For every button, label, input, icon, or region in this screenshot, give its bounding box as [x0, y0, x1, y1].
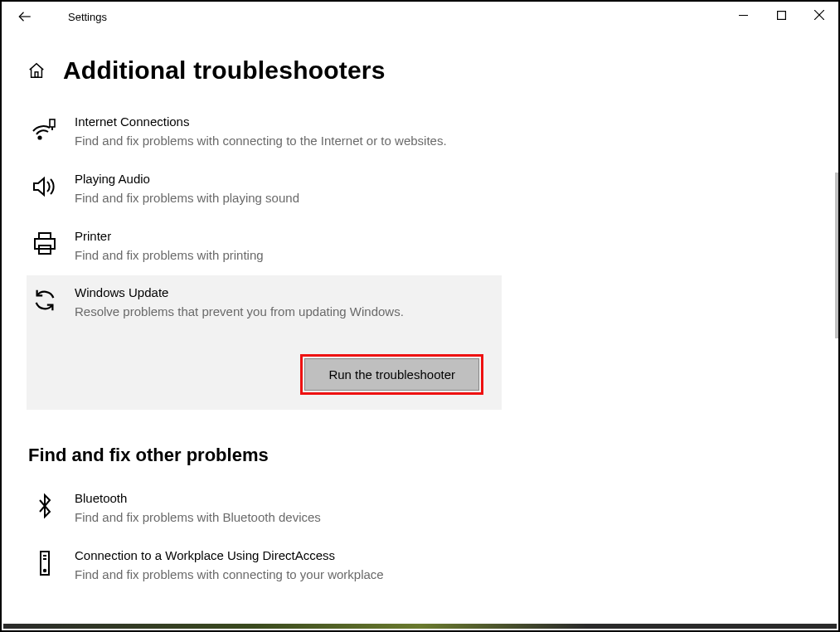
back-button[interactable]	[8, 2, 41, 32]
svg-rect-7	[50, 119, 55, 127]
item-playing-audio[interactable]: Playing Audio Find and fix problems with…	[27, 162, 502, 219]
taskbar-sliver	[3, 624, 837, 629]
other-problems-list: Bluetooth Find and fix problems with Blu…	[27, 481, 502, 596]
item-title: Playing Audio	[75, 172, 490, 186]
minimize-button[interactable]	[724, 2, 762, 28]
close-button[interactable]	[800, 2, 838, 28]
item-title: Internet Connections	[75, 114, 490, 129]
close-icon	[814, 10, 824, 20]
svg-rect-2	[777, 11, 785, 19]
item-title: Windows Update	[75, 285, 490, 299]
page-header: Additional troubleshooters	[27, 56, 838, 85]
content-area: Additional troubleshooters Internet Conn…	[2, 32, 838, 630]
bluetooth-icon	[30, 491, 60, 521]
back-arrow-icon	[17, 9, 32, 24]
item-text: Internet Connections Find and fix proble…	[75, 114, 490, 150]
server-icon	[30, 548, 60, 578]
run-button-highlight: Run the troubleshooter	[300, 354, 483, 395]
svg-rect-9	[39, 233, 51, 239]
svg-point-15	[44, 570, 46, 571]
svg-rect-10	[35, 239, 55, 249]
item-text: Playing Audio Find and fix problems with…	[75, 172, 490, 207]
maximize-button[interactable]	[762, 2, 800, 28]
item-internet-connections[interactable]: Internet Connections Find and fix proble…	[27, 105, 502, 162]
home-icon	[27, 61, 46, 80]
item-title: Printer	[75, 229, 490, 243]
app-title: Settings	[68, 11, 107, 23]
svg-point-6	[38, 136, 41, 139]
titlebar: Settings	[2, 2, 838, 32]
section-heading-other: Find and fix other problems	[28, 445, 838, 466]
item-windows-update[interactable]: Windows Update Resolve problems that pre…	[27, 275, 502, 410]
item-text: Connection to a Workplace Using DirectAc…	[75, 548, 490, 584]
speaker-icon	[30, 172, 60, 202]
item-desc: Resolve problems that prevent you from u…	[75, 303, 464, 321]
item-printer[interactable]: Printer Find and fix problems with print…	[27, 219, 502, 276]
item-title: Connection to a Workplace Using DirectAc…	[75, 548, 490, 562]
run-row: Run the troubleshooter	[30, 354, 490, 395]
wifi-icon	[30, 114, 60, 144]
item-directaccess[interactable]: Connection to a Workplace Using DirectAc…	[27, 538, 502, 596]
window-controls	[724, 2, 838, 28]
troubleshooter-list: Internet Connections Find and fix proble…	[27, 105, 502, 410]
svg-rect-5	[35, 72, 38, 77]
maximize-icon	[777, 11, 786, 20]
minimize-icon	[739, 11, 748, 20]
item-bluetooth[interactable]: Bluetooth Find and fix problems with Blu…	[27, 481, 502, 538]
scroll-area: Additional troubleshooters Internet Conn…	[2, 32, 838, 596]
page-title: Additional troubleshooters	[63, 56, 386, 85]
item-desc: Find and fix problems with Bluetooth dev…	[75, 508, 464, 527]
item-text: Windows Update Resolve problems that pre…	[75, 285, 490, 321]
item-text: Bluetooth Find and fix problems with Blu…	[75, 491, 490, 527]
printer-icon	[30, 229, 60, 259]
item-desc: Find and fix problems with playing sound	[75, 189, 464, 207]
settings-window: Settings Additional troubleshooters	[0, 0, 840, 632]
scrollbar-thumb[interactable]	[835, 173, 838, 338]
item-desc: Find and fix problems with connecting to…	[75, 566, 464, 584]
home-button[interactable]	[27, 61, 46, 80]
update-icon	[30, 285, 60, 315]
item-text: Printer Find and fix problems with print…	[75, 229, 490, 265]
item-desc: Find and fix problems with connecting to…	[75, 132, 464, 150]
run-troubleshooter-button[interactable]: Run the troubleshooter	[304, 358, 479, 391]
item-desc: Find and fix problems with printing	[75, 246, 464, 265]
item-title: Bluetooth	[75, 491, 490, 505]
